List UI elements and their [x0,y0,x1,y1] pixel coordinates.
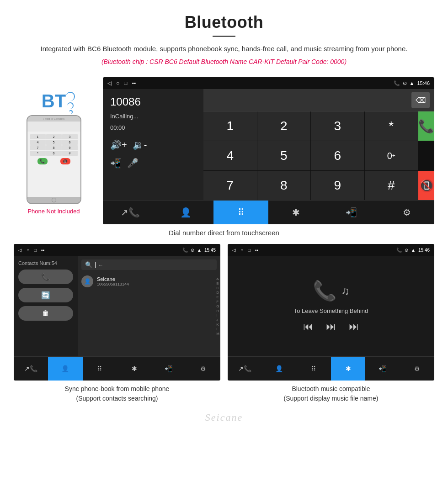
alpha-l[interactable]: L [216,327,219,331]
dialer-status-text: InCalling... [110,113,196,120]
contacts-nav-transfer[interactable]: 📲 [151,357,186,381]
phone-key-1: 1 [30,134,46,139]
contacts-sync-btn[interactable]: 🔄 [18,288,73,302]
alpha-f[interactable]: F [216,300,219,304]
key-1[interactable]: 1 [203,111,257,141]
key-4[interactable]: 4 [203,141,257,170]
phone-call-button: 📞 [37,158,48,164]
search-back-icon[interactable]: ← [98,262,103,268]
nav-phone-transfer[interactable]: 📲 [324,201,379,224]
notification-icon: ▪▪ [132,80,136,86]
next-track-button[interactable]: ⏭ [349,321,359,333]
music-nav-settings[interactable]: ⚙ [400,357,434,381]
alphabet-sidebar: A B C D E F G H I J K L M [215,256,220,356]
key-0plus[interactable]: 0+ [365,141,418,170]
header-description: Integrated with BC6 Bluetooth module, su… [18,43,430,54]
status-bar: ◁ ○ □ ▪▪ 📞 ⊙ ▲ 15:46 [103,77,434,89]
end-call-button[interactable]: 📵 [418,171,434,200]
contacts-caption-line2: (Support contacts searching) [14,394,220,403]
alpha-e[interactable]: E [216,295,219,299]
contacts-nav-contacts[interactable]: 👤 [48,357,82,381]
contact-list-item[interactable]: 👤 Seicane 10655059113144 [81,274,217,289]
key-8[interactable]: 8 [257,171,311,200]
key-3[interactable]: 3 [311,111,364,141]
nav-settings[interactable]: ⚙ [379,201,434,224]
volume-down-icon[interactable]: 🔉- [133,139,147,150]
nav-bluetooth[interactable]: ✱ [268,201,324,224]
contacts-back-icon[interactable]: ◁ [18,248,22,253]
alpha-c[interactable]: C [216,286,219,290]
contacts-call-btn[interactable]: 📞 [18,270,73,284]
music-notes-icon: ♫ [341,285,349,297]
phone-key-6: 6 [62,140,78,145]
music-status-right: 📞 ⊙ ▲ 15:46 [396,248,430,253]
alpha-h[interactable]: H [216,309,219,313]
bottom-screens-row: ◁ ○ □ ▪▪ 📞 ⊙ ▲ 15:45 Contacts Num:54 📞 [0,244,448,403]
alpha-k[interactable]: K [216,323,219,327]
dialer-input-field[interactable] [208,96,411,104]
contacts-caption: Sync phone-book from mobile phone (Suppo… [14,384,220,403]
music-back-icon[interactable]: ◁ [232,248,236,253]
back-nav-icon[interactable]: ◁ [107,80,112,86]
play-pause-button[interactable]: ⏭ [326,321,336,333]
key-9[interactable]: 9 [311,171,364,200]
call-button[interactable]: 📞 [418,111,434,141]
title-divider [213,36,235,37]
phone-not-included-label: Phone Not Included [27,208,80,215]
alpha-m[interactable]: M [216,332,219,336]
contacts-left-panel: Contacts Num:54 📞 🔄 🗑 [14,256,78,356]
dialer-volume-controls: 🔊+ 🔉- [110,139,196,150]
music-status-bar: ◁ ○ □ ▪▪ 📞 ⊙ ▲ 15:46 [228,244,434,256]
music-nav-contacts[interactable]: 👤 [262,357,296,381]
backspace-icon: ⌫ [416,96,426,105]
music-screen-wrapper: ◁ ○ □ ▪▪ 📞 ⊙ ▲ 15:46 📞 ♫ To Leave Someth [228,244,434,403]
alpha-a[interactable]: A [216,277,219,281]
contacts-delete-btn[interactable]: 🗑 [18,306,73,321]
contacts-search-bar[interactable]: 🔍 ← [81,259,217,270]
key-5[interactable]: 5 [257,141,311,170]
contacts-home-icon[interactable]: ○ [27,248,29,253]
contacts-nav-settings[interactable]: ⚙ [186,357,220,381]
music-home-icon[interactable]: ○ [240,248,243,253]
microphone-icon[interactable]: 🎤 [127,158,139,169]
alpha-b[interactable]: B [216,281,219,286]
music-recents-icon[interactable]: □ [248,248,251,253]
contacts-recents-icon[interactable]: □ [34,248,37,253]
status-bar-right: 📞 ⊙ ▲ 15:46 [394,80,430,86]
contact-info: Seicane 10655059113144 [97,276,217,286]
nav-dialpad[interactable]: ⠿ [213,201,269,224]
music-wifi-icon: ▲ [411,248,416,253]
phone-key-3: 3 [62,134,78,139]
alpha-j[interactable]: J [216,318,219,322]
contacts-bottom-nav: ↗📞 👤 ⠿ ✱ 📲 ⚙ [14,356,220,381]
nav-contacts[interactable]: 👤 [158,201,213,224]
contacts-nav-dialpad[interactable]: ⠿ [83,357,117,381]
volume-up-icon[interactable]: 🔊+ [110,139,127,150]
music-nav-dialpad[interactable]: ⠿ [297,357,331,381]
page-title: Bluetooth [18,13,430,32]
main-content-row: BT + Add to Contacts 1 2 3 [0,77,448,224]
brand-watermark: Seicane [0,408,448,425]
alpha-g[interactable]: G [216,304,219,308]
music-nav-transfer[interactable]: 📲 [365,357,400,381]
music-body: 📞 ♫ To Leave Something Behind ⏮ ⏭ ⏭ [228,256,434,356]
key-star[interactable]: * [365,111,418,141]
contacts-body: Contacts Num:54 📞 🔄 🗑 🔍 ← 👤 [14,256,220,356]
recents-nav-icon[interactable]: □ [124,80,127,86]
key-2[interactable]: 2 [257,111,311,141]
key-7[interactable]: 7 [203,171,257,200]
previous-track-button[interactable]: ⏮ [303,321,313,333]
backspace-button[interactable]: ⌫ [411,92,430,108]
alpha-i[interactable]: I [216,313,219,317]
phone-home-circle [52,198,56,202]
alpha-d[interactable]: D [216,291,219,295]
nav-call-transfer[interactable]: ↗📞 [103,201,158,224]
key-hash[interactable]: # [365,171,418,200]
key-6[interactable]: 6 [311,141,364,170]
music-nav-bluetooth[interactable]: ✱ [331,357,365,381]
music-nav-call[interactable]: ↗📞 [228,357,262,381]
contacts-nav-call[interactable]: ↗📞 [14,357,48,381]
phone-transfer-icon[interactable]: 📲 [110,158,122,169]
home-nav-icon[interactable]: ○ [116,80,119,86]
contacts-nav-bluetooth[interactable]: ✱ [117,357,151,381]
